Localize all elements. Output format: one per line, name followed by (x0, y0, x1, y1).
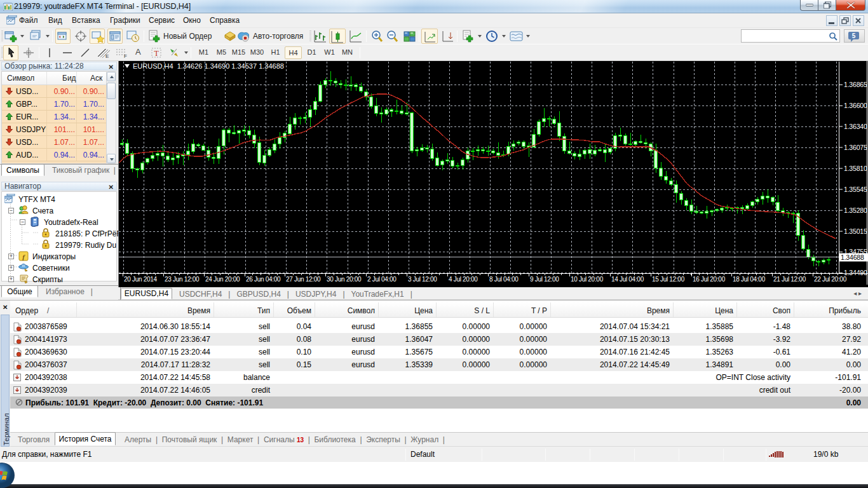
svg-text:1.35810: 1.35810 (844, 165, 867, 172)
svg-text:24 Jun 20:00: 24 Jun 20:00 (205, 276, 240, 283)
svg-text:1.36340: 1.36340 (844, 123, 867, 130)
svg-text:T: T (154, 49, 159, 58)
svg-text:1.35015: 1.35015 (844, 227, 867, 235)
svg-text:F: F (124, 53, 127, 59)
svg-text:30 Jun 20:00: 30 Jun 20:00 (327, 276, 362, 283)
svg-text:1.36865: 1.36865 (844, 81, 867, 88)
svg-text:1.34490: 1.34490 (844, 269, 867, 276)
svg-text:14 Jul 04:00: 14 Jul 04:00 (611, 276, 644, 283)
svg-text:20 Jun 2014: 20 Jun 2014 (124, 276, 157, 283)
svg-text:9 Jul 12:00: 9 Jul 12:00 (530, 276, 559, 283)
svg-text:18 Jul 04:00: 18 Jul 04:00 (733, 276, 766, 283)
svg-text:10 Jul 20:00: 10 Jul 20:00 (571, 276, 604, 283)
svg-text:27 Jun 12:00: 27 Jun 12:00 (286, 276, 321, 283)
svg-text:16 Jul 20:00: 16 Jul 20:00 (693, 276, 726, 283)
svg-text:21 Jul 12:00: 21 Jul 12:00 (773, 276, 806, 283)
svg-text:EURUSD,H4 1.34626 1.34690 1.3: EURUSD,H4 1.34626 1.34690 1.34537 1.3468… (133, 62, 284, 70)
svg-text:1.36600: 1.36600 (844, 102, 867, 109)
svg-text:15 Jul 12:00: 15 Jul 12:00 (652, 276, 685, 283)
svg-text:26 Jun 04:00: 26 Jun 04:00 (246, 276, 281, 283)
svg-text:2 Jul 04:00: 2 Jul 04:00 (367, 276, 397, 283)
svg-text:E: E (105, 53, 109, 59)
svg-text:23 Jun 12:00: 23 Jun 12:00 (165, 276, 200, 283)
svg-text:3 Jul 12:00: 3 Jul 12:00 (408, 276, 437, 283)
svg-text:22 Jul 20:00: 22 Jul 20:00 (814, 276, 847, 283)
svg-text:1.35280: 1.35280 (844, 207, 867, 214)
svg-text:5: 5 (852, 32, 856, 39)
svg-text:1.34688: 1.34688 (841, 254, 864, 261)
svg-text:4 Jul 20:00: 4 Jul 20:00 (449, 276, 478, 283)
svg-text:1.35545: 1.35545 (844, 186, 867, 193)
svg-text:8 Jul 04:00: 8 Jul 04:00 (489, 276, 519, 283)
svg-text:1.36075: 1.36075 (844, 144, 867, 151)
